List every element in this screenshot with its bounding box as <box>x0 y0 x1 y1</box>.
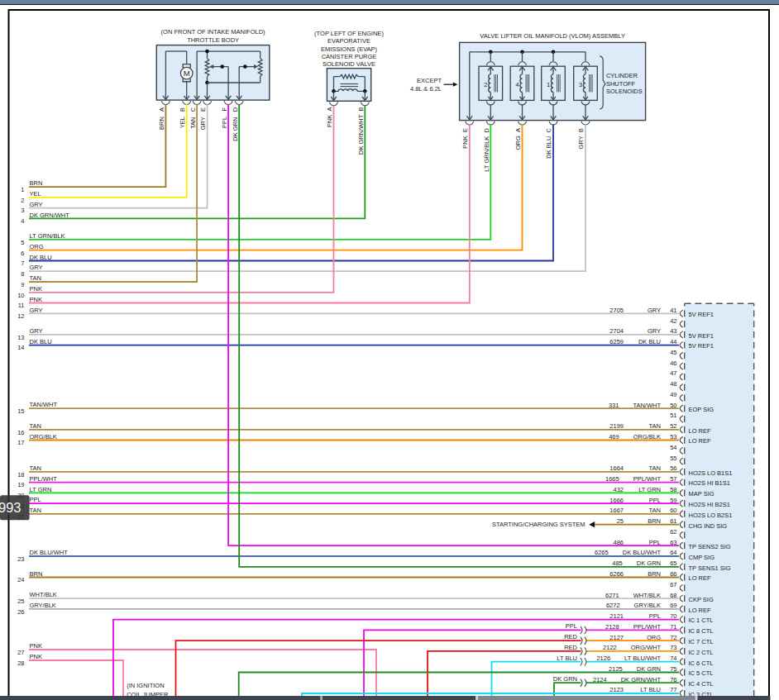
svg-text:ORG: ORG <box>647 634 661 641</box>
svg-text:PNK: PNK <box>30 642 42 650</box>
svg-text:DK GRN: DK GRN <box>553 675 577 683</box>
svg-text:HO2S LO B2S1: HO2S LO B2S1 <box>689 512 733 519</box>
svg-text:27: 27 <box>17 649 24 656</box>
svg-text:5V REF1: 5V REF1 <box>689 342 714 350</box>
svg-text:5V REF1: 5V REF1 <box>689 311 714 318</box>
svg-text:55: 55 <box>670 455 676 462</box>
svg-text:BRN A: BRN A <box>158 107 165 130</box>
svg-text:DK GRN: DK GRN <box>637 560 661 567</box>
svg-text:5: 5 <box>21 239 24 246</box>
svg-text:42: 42 <box>670 317 676 325</box>
svg-text:PNK E: PNK E <box>461 128 469 149</box>
svg-text:51: 51 <box>670 412 676 419</box>
svg-text:2: 2 <box>21 197 24 204</box>
svg-text:CKP SIG: CKP SIG <box>689 596 714 603</box>
svg-text:64: 64 <box>670 549 676 556</box>
svg-text:CANISTER PURGE: CANISTER PURGE <box>322 53 377 60</box>
svg-text:10: 10 <box>17 292 24 299</box>
svg-text:2126: 2126 <box>596 655 610 662</box>
svg-text:LT GRN/BLK D: LT GRN/BLK D <box>483 128 490 172</box>
svg-text:LT BLU: LT BLU <box>557 655 577 662</box>
svg-text:IC 1 CTL: IC 1 CTL <box>689 617 714 624</box>
svg-text:15: 15 <box>17 407 24 415</box>
svg-text:74: 74 <box>670 655 676 662</box>
svg-text:2123: 2123 <box>609 686 624 693</box>
svg-text:1667: 1667 <box>609 507 624 514</box>
svg-text:DK BLU: DK BLU <box>30 338 52 345</box>
svg-text:6: 6 <box>21 250 24 257</box>
svg-text:TP SENS2 SIG: TP SENS2 SIG <box>689 543 731 550</box>
svg-text:TP SENS1 SIG: TP SENS1 SIG <box>689 564 731 572</box>
svg-text:PPL: PPL <box>649 612 661 620</box>
svg-text:331: 331 <box>609 402 619 409</box>
svg-text:12: 12 <box>17 312 24 320</box>
svg-text:BRN: BRN <box>648 517 661 525</box>
svg-text:TAN: TAN <box>649 464 661 472</box>
svg-text:GRY E: GRY E <box>199 107 207 130</box>
svg-text:RED: RED <box>564 633 577 640</box>
svg-text:49: 49 <box>670 391 676 398</box>
svg-text:66: 66 <box>670 570 676 578</box>
svg-text:6259: 6259 <box>609 338 624 345</box>
svg-text:GRY/BLK: GRY/BLK <box>30 602 56 609</box>
svg-text:WHT/BLK: WHT/BLK <box>633 592 661 599</box>
svg-text:71: 71 <box>670 623 676 631</box>
svg-text:GRY: GRY <box>30 201 43 208</box>
svg-text:1: 1 <box>547 81 550 88</box>
svg-text:TAN: TAN <box>649 422 661 430</box>
svg-text:IC 7 CTL: IC 7 CTL <box>689 638 714 645</box>
svg-text:DK BLU/WHT: DK BLU/WHT <box>623 549 662 556</box>
svg-text:58: 58 <box>670 486 676 493</box>
svg-text:61: 61 <box>670 517 676 525</box>
svg-text:CYLINDER: CYLINDER <box>606 72 638 79</box>
svg-text:TAN: TAN <box>30 464 41 472</box>
svg-text:ORG A: ORG A <box>514 128 522 150</box>
svg-text:1: 1 <box>21 186 24 193</box>
svg-text:26: 26 <box>17 608 24 616</box>
svg-text:TAN/WHT: TAN/WHT <box>633 402 661 409</box>
svg-text:DK BLU C: DK BLU C <box>545 128 552 159</box>
svg-text:TAN: TAN <box>30 274 41 282</box>
svg-text:RED: RED <box>564 644 577 651</box>
svg-text:75: 75 <box>670 665 676 673</box>
svg-text:GRY: GRY <box>30 264 43 271</box>
svg-text:6266: 6266 <box>609 570 624 578</box>
svg-text:IC 2 CTL: IC 2 CTL <box>689 649 714 656</box>
svg-text:(TOP LEFT OF ENGINE): (TOP LEFT OF ENGINE) <box>314 30 384 37</box>
svg-text:PPL: PPL <box>30 496 41 503</box>
svg-text:7: 7 <box>21 260 24 267</box>
svg-text:GRY: GRY <box>648 327 661 335</box>
svg-text:TAN: TAN <box>30 422 41 430</box>
svg-text:EOP SIG: EOP SIG <box>689 406 714 413</box>
svg-text:2199: 2199 <box>609 422 624 430</box>
svg-text:DK BLU: DK BLU <box>638 338 661 345</box>
svg-text:65: 65 <box>670 560 676 567</box>
svg-text:44: 44 <box>670 338 676 345</box>
svg-text:SHUTOFF: SHUTOFF <box>606 80 636 88</box>
svg-text:9: 9 <box>21 281 24 288</box>
svg-text:PNK: PNK <box>30 653 42 660</box>
svg-text:TAN: TAN <box>30 507 41 514</box>
svg-text:LO REF: LO REF <box>689 427 712 435</box>
svg-text:2127: 2127 <box>609 634 624 641</box>
svg-text:2: 2 <box>484 81 487 88</box>
svg-text:LO REF: LO REF <box>689 607 712 614</box>
svg-text:DK GRN/WHT B: DK GRN/WHT B <box>357 107 365 155</box>
svg-text:16: 16 <box>17 429 24 436</box>
svg-text:TAN C: TAN C <box>189 107 197 129</box>
svg-text:PPL/WHT: PPL/WHT <box>30 475 58 483</box>
svg-text:53: 53 <box>670 433 676 440</box>
svg-text:STARTING/CHARGING SYSTEM: STARTING/CHARGING SYSTEM <box>492 521 585 528</box>
svg-text:GRY: GRY <box>30 327 43 335</box>
svg-text:6265: 6265 <box>595 549 609 556</box>
svg-text:54: 54 <box>670 444 676 451</box>
svg-text:LT GRN: LT GRN <box>30 486 52 493</box>
svg-text:IC 8 CTL: IC 8 CTL <box>689 627 714 635</box>
svg-text:GRY B: GRY B <box>577 128 585 149</box>
svg-text:2704: 2704 <box>609 327 624 335</box>
svg-text:3: 3 <box>579 81 582 88</box>
svg-text:52: 52 <box>670 422 676 430</box>
svg-text:DK GRN: DK GRN <box>637 665 661 673</box>
svg-text:70: 70 <box>670 612 676 620</box>
svg-text:THROTTLE BODY: THROTTLE BODY <box>187 36 239 44</box>
